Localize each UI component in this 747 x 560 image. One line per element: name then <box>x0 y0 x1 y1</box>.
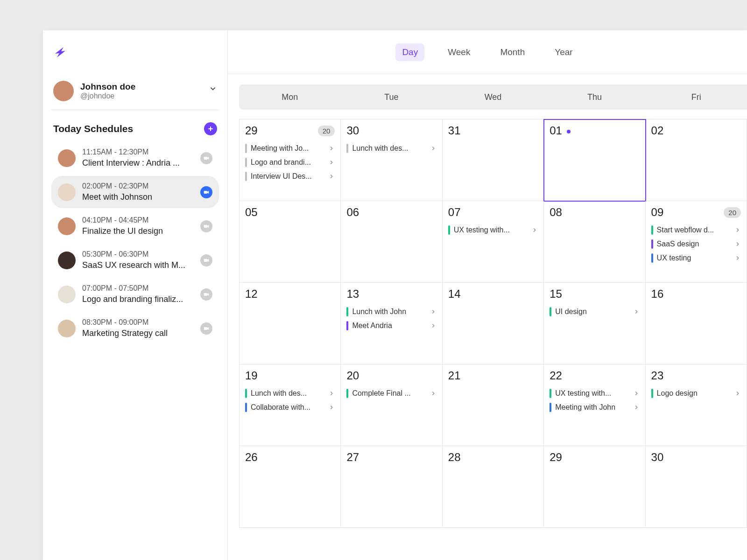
calendar-event[interactable]: Lunch with des... <box>346 144 436 153</box>
calendar-cell[interactable]: 12 <box>240 283 341 364</box>
calendar-event[interactable]: Logo and brandi... <box>245 158 335 167</box>
chevron-right-icon <box>328 390 335 397</box>
calendar-cell[interactable]: 20Complete Final ... <box>341 364 442 446</box>
calendar-cell[interactable]: 06 <box>341 201 442 283</box>
schedule-item[interactable]: 07:00PM - 07:50PMLogo and branding final… <box>51 278 219 310</box>
schedule-avatar <box>58 217 76 235</box>
calendar-cell[interactable]: 15UI design <box>544 283 645 364</box>
calendar-cell[interactable]: 26 <box>240 446 341 528</box>
chevron-right-icon <box>328 173 335 180</box>
cell-header: 20 <box>346 369 436 382</box>
schedule-time: 05:30PM - 06:30PM <box>82 250 194 259</box>
calendar-event[interactable]: UX testing with... <box>448 225 538 235</box>
sidebar-body: Johnson doe @johndoe Today Schedules 11:… <box>43 74 227 560</box>
calendar-cell[interactable]: 2920Meeting with Jo...Logo and brandi...… <box>240 119 341 201</box>
calendar-cell[interactable]: 21 <box>443 364 544 446</box>
calendar-cell[interactable]: 28 <box>443 446 544 528</box>
calendar-event[interactable]: UX testing with... <box>550 389 639 398</box>
cell-header: 26 <box>245 451 335 464</box>
tab-week[interactable]: Week <box>441 43 477 61</box>
calendar-cell[interactable]: 30 <box>646 446 747 528</box>
schedule-time: 02:00PM - 02:30PM <box>82 182 194 191</box>
calendar-cell[interactable]: 16 <box>646 283 747 364</box>
calendar-cell[interactable]: 19Lunch with des...Collaborate with... <box>240 364 341 446</box>
day-number: 08 <box>550 206 562 219</box>
video-icon[interactable] <box>200 220 212 232</box>
calendar-cell[interactable]: 22UX testing with...Meeting with John <box>544 364 645 446</box>
event-label: Meeting with John <box>555 403 629 412</box>
chevron-right-icon <box>328 145 335 152</box>
schedule-title: Logo and branding finaliz... <box>82 294 190 305</box>
event-list: Logo design <box>651 389 741 398</box>
video-icon[interactable] <box>200 254 212 266</box>
calendar-event[interactable]: Complete Final ... <box>346 389 436 398</box>
calendar-cell[interactable]: 14 <box>443 283 544 364</box>
event-label: SaaS design <box>657 240 731 248</box>
chevron-right-icon <box>430 145 437 152</box>
schedule-title: SaaS UX research with M... <box>82 259 190 271</box>
chevron-right-icon <box>430 322 437 329</box>
weekday-header: MonTueWedThuFri <box>239 84 747 110</box>
calendar-event[interactable]: UX testing <box>651 253 741 263</box>
calendar-cell[interactable]: 08 <box>544 201 645 283</box>
calendar-cell[interactable]: 30Lunch with des... <box>341 119 442 201</box>
today-header: Today Schedules <box>51 110 219 140</box>
calendar-event[interactable]: SaaS design <box>651 239 741 249</box>
tab-year[interactable]: Year <box>548 43 579 61</box>
day-number: 22 <box>550 369 562 382</box>
svg-rect-4 <box>204 225 207 228</box>
calendar-cell[interactable]: 13Lunch with JohnMeet Andria <box>341 283 442 364</box>
schedule-title: Meet with Johnson <box>82 191 190 203</box>
tab-day[interactable]: Day <box>395 43 424 61</box>
calendar-cell[interactable]: 31 <box>443 119 544 201</box>
schedule-item[interactable]: 02:00PM - 02:30PMMeet with Johnson <box>51 176 219 208</box>
calendar-event[interactable]: Interview UI Des... <box>245 172 335 181</box>
schedule-item[interactable]: 08:30PM - 09:00PMMarketing Strategy call <box>51 312 219 344</box>
calendar-cell[interactable]: 02 <box>646 119 747 201</box>
calendar-event[interactable]: Logo design <box>651 389 741 398</box>
calendar-cell[interactable]: 29 <box>544 446 645 528</box>
day-number: 19 <box>245 369 258 382</box>
calendar-event[interactable]: Meeting with John <box>550 403 639 412</box>
add-schedule-button[interactable] <box>204 122 217 135</box>
chevron-right-icon <box>430 390 437 397</box>
calendar-cell[interactable]: 01 <box>544 119 645 201</box>
calendar-cell[interactable]: 27 <box>341 446 442 528</box>
day-number: 12 <box>245 287 258 301</box>
calendar-cell[interactable]: 0920Start webflow d...SaaS designUX test… <box>646 201 747 283</box>
video-icon[interactable] <box>200 288 212 301</box>
calendar-event[interactable]: Meet Andria <box>346 321 436 330</box>
today-dot-icon <box>567 130 571 133</box>
cell-header: 27 <box>346 451 436 464</box>
calendar-event[interactable]: Collaborate with... <box>245 403 335 412</box>
schedule-text: 11:15AM - 12:30PMClient Interview : Andr… <box>82 147 194 168</box>
video-icon[interactable] <box>200 322 212 335</box>
event-color-bar <box>651 253 653 263</box>
schedule-item[interactable]: 11:15AM - 12:30PMClient Interview : Andr… <box>51 142 219 174</box>
event-color-bar <box>550 389 551 398</box>
tab-month[interactable]: Month <box>493 43 531 61</box>
event-color-bar <box>550 403 551 412</box>
calendar-cell[interactable]: 05 <box>240 201 341 283</box>
chevron-right-icon <box>633 308 640 315</box>
video-icon[interactable] <box>200 152 212 164</box>
day-number: 26 <box>245 451 258 464</box>
day-number: 07 <box>448 206 461 219</box>
video-icon[interactable] <box>200 186 212 198</box>
calendar-event[interactable]: UI design <box>550 307 639 316</box>
calendar-event[interactable]: Meeting with Jo... <box>245 144 335 153</box>
event-list: UX testing with... <box>448 225 538 235</box>
calendar-event[interactable]: Lunch with John <box>346 307 436 316</box>
chevron-right-icon <box>734 255 741 261</box>
schedule-item[interactable]: 04:10PM - 04:45PMFinalize the UI design <box>51 210 219 242</box>
chevron-right-icon <box>430 308 437 315</box>
cell-header: 05 <box>245 206 335 219</box>
chevron-down-icon[interactable] <box>209 84 217 93</box>
calendar-cell[interactable]: 23Logo design <box>646 364 747 446</box>
calendar-cell[interactable]: 07UX testing with... <box>443 201 544 283</box>
calendar-event[interactable]: Lunch with des... <box>245 389 335 398</box>
schedule-list: 11:15AM - 12:30PMClient Interview : Andr… <box>51 140 219 347</box>
calendar-event[interactable]: Start webflow d... <box>651 225 741 235</box>
schedule-item[interactable]: 05:30PM - 06:30PMSaaS UX research with M… <box>51 244 219 276</box>
profile-card[interactable]: Johnson doe @johndoe <box>51 74 219 110</box>
